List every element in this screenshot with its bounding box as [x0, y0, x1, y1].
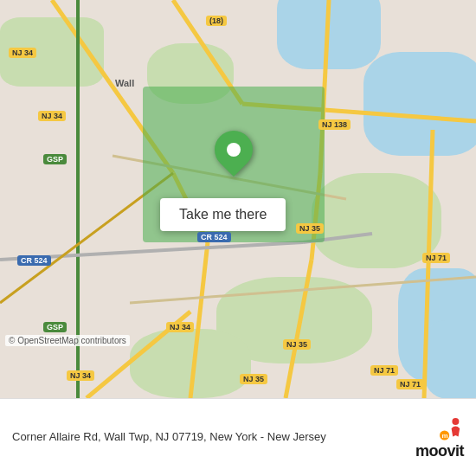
pin-shape: [207, 123, 261, 177]
road-label-nj34-top: NJ 34: [9, 48, 36, 58]
map-container: Take me there NJ 34 NJ 34 NJ 34 NJ 34 NJ…: [0, 0, 476, 398]
svg-text:m: m: [441, 432, 447, 440]
town-label-wall: Wall: [115, 78, 134, 88]
road-label-nj71-bot: NJ 71: [370, 365, 398, 376]
road-label-nj34-bot: NJ 34: [166, 322, 194, 332]
pin-inner: [227, 143, 241, 157]
moovit-logo: m moovit: [415, 415, 464, 460]
road-label-nj71-bot2: NJ 71: [396, 379, 424, 389]
road-label-nj71-right: NJ 71: [422, 253, 450, 263]
svg-point-16: [452, 418, 459, 425]
road-label-nj35-bot2: NJ 35: [240, 374, 267, 384]
info-bar: Corner Allaire Rd, Wall Twp, NJ 07719, N…: [0, 398, 476, 476]
road-label-nj35-bot: NJ 35: [283, 339, 311, 350]
road-label-cr524-left: CR 524: [17, 255, 51, 266]
road-label-nj34-left: NJ 34: [38, 111, 66, 121]
road-label-18: (18): [206, 16, 227, 26]
moovit-icon: m: [436, 415, 464, 442]
osm-credit: © OpenStreetMap contributors: [5, 335, 130, 346]
address-text: Corner Allaire Rd, Wall Twp, NJ 07719, N…: [12, 429, 407, 445]
take-me-there-button[interactable]: Take me there: [160, 198, 286, 231]
moovit-text: moovit: [415, 442, 464, 460]
road-label-gsp-bot: GSP: [43, 322, 67, 332]
road-label-cr524-center: CR 524: [197, 232, 231, 242]
road-label-nj35-right: NJ 35: [296, 223, 324, 234]
road-label-nj138: NJ 138: [318, 119, 351, 130]
road-label-nj34-bot2: NJ 34: [67, 370, 94, 381]
svg-line-2: [190, 242, 208, 398]
svg-line-7: [286, 260, 312, 398]
location-pin: [215, 131, 253, 169]
road-label-gsp-top: GSP: [43, 154, 67, 164]
svg-line-8: [424, 130, 433, 398]
